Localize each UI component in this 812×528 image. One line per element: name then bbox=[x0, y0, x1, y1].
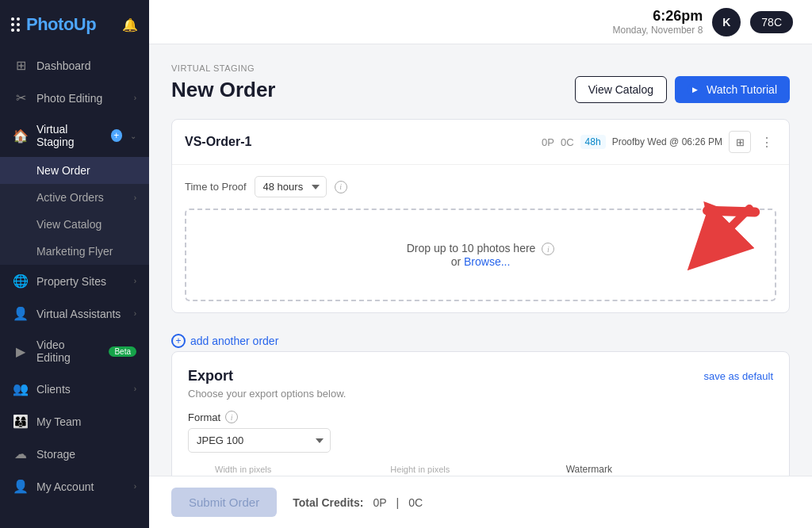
add-order-label: add another order bbox=[190, 335, 278, 347]
chevron-right-icon: › bbox=[134, 193, 136, 202]
virtual-staging-submenu: New Order Active Orders › View Catalog M… bbox=[0, 157, 149, 265]
beta-badge: Beta bbox=[109, 346, 136, 357]
sidebar-item-view-catalog[interactable]: View Catalog bbox=[0, 211, 149, 238]
total-credits-value: 0C bbox=[408, 496, 423, 509]
sidebar-item-storage[interactable]: ☁ Storage bbox=[0, 438, 149, 470]
sidebar-item-new-order[interactable]: New Order bbox=[0, 157, 149, 184]
active-orders-label: Active Orders bbox=[36, 191, 104, 204]
add-order-row[interactable]: + add another order bbox=[171, 326, 790, 351]
logo-grid-icon bbox=[11, 17, 20, 32]
sidebar-item-my-team[interactable]: 👨‍👩‍👦 My Team bbox=[0, 405, 149, 438]
browse-link[interactable]: Browse... bbox=[464, 255, 510, 268]
add-virtual-staging-icon[interactable]: + bbox=[111, 129, 122, 142]
export-section: Export save as default Choose your expor… bbox=[171, 351, 790, 476]
sidebar-item-marketing-flyer[interactable]: Marketing Flyer bbox=[0, 238, 149, 265]
sidebar-item-video-editing[interactable]: ▶ Video Editing Beta bbox=[0, 330, 149, 373]
order-layout-icon[interactable]: ⊞ bbox=[729, 131, 751, 153]
save-default-link[interactable]: save as default bbox=[704, 370, 773, 382]
sidebar-item-property-sites[interactable]: 🌐 Property Sites › bbox=[0, 265, 149, 297]
sidebar-item-label: Virtual Staging bbox=[36, 123, 102, 148]
sidebar-item-active-orders[interactable]: Active Orders › bbox=[0, 184, 149, 211]
format-info-icon[interactable]: i bbox=[225, 411, 238, 423]
export-title: Export bbox=[188, 368, 233, 385]
topbar: 6:26pm Monday, November 8 K 78C bbox=[149, 0, 812, 44]
time-proof-row: Time to Proof 48 hours 24 hours 72 hours… bbox=[185, 176, 776, 197]
order-hours-badge: 48h bbox=[580, 135, 606, 149]
sidebar-item-virtual-assistants[interactable]: 👤 Virtual Assistants › bbox=[0, 297, 149, 330]
add-order-icon: + bbox=[171, 334, 186, 348]
height-col-label: Height in pixels bbox=[390, 464, 557, 475]
order-card-header: VS-Order-1 0P 0C 48h Proofby Wed @ 06:26… bbox=[172, 120, 789, 165]
content-area: VIRTUAL STAGING New Order View Catalog ▶… bbox=[149, 44, 812, 476]
dashboard-icon: ⊞ bbox=[13, 58, 29, 73]
clients-icon: 👥 bbox=[13, 381, 29, 396]
sidebar-item-virtual-staging[interactable]: 🏠 Virtual Staging + ⌄ bbox=[0, 114, 149, 157]
bell-icon[interactable]: 🔔 bbox=[122, 17, 138, 33]
new-order-label: New Order bbox=[36, 164, 90, 177]
sidebar-item-label: Property Sites bbox=[36, 275, 106, 288]
sidebar-item-label: Photo Editing bbox=[36, 92, 102, 105]
chevron-right-icon: › bbox=[134, 277, 136, 285]
time-proof-select[interactable]: 48 hours 24 hours 72 hours bbox=[255, 176, 327, 197]
drop-zone[interactable]: Drop up to 10 photos here i or Browse... bbox=[185, 209, 776, 301]
topbar-time: 6:26pm Monday, November 8 bbox=[612, 8, 703, 36]
order-proofing-text: Proofby Wed @ 06:26 PM bbox=[612, 136, 722, 147]
sidebar: PhotoUp 🔔 ⊞ Dashboard ✂ Photo Editing › … bbox=[0, 0, 149, 528]
time-info-icon[interactable]: i bbox=[335, 181, 347, 193]
main-panel: 6:26pm Monday, November 8 K 78C VIRTUAL … bbox=[149, 0, 812, 528]
my-account-icon: 👤 bbox=[13, 479, 29, 494]
total-photos-value: 0P bbox=[373, 496, 386, 509]
sidebar-item-photo-editing[interactable]: ✂ Photo Editing › bbox=[0, 82, 149, 114]
chevron-right-icon: › bbox=[134, 94, 136, 102]
sidebar-item-label: My Team bbox=[36, 415, 82, 428]
photo-editing-icon: ✂ bbox=[13, 90, 29, 105]
view-catalog-label: View Catalog bbox=[36, 218, 102, 231]
chevron-down-icon: ⌄ bbox=[130, 132, 136, 140]
format-select[interactable]: JPEG 100 JPEG 80 PNG bbox=[188, 428, 331, 453]
logo-text: PhotoUp bbox=[26, 14, 96, 35]
order-credits-count: 0C bbox=[561, 136, 574, 148]
export-subtitle: Choose your export options below. bbox=[188, 388, 773, 400]
current-time: 6:26pm bbox=[612, 8, 703, 25]
drop-zone-browse: or Browse... bbox=[202, 255, 759, 268]
credits-badge: 78C bbox=[750, 11, 793, 33]
virtual-assistants-icon: 👤 bbox=[13, 306, 29, 321]
drop-zone-wrapper: Drop up to 10 photos here i or Browse... bbox=[185, 209, 776, 301]
sidebar-item-my-account[interactable]: 👤 My Account › bbox=[0, 470, 149, 503]
format-label: Format i bbox=[188, 411, 773, 423]
virtual-staging-icon: 🏠 bbox=[13, 128, 29, 143]
sidebar-item-label: Virtual Assistants bbox=[36, 308, 121, 320]
breadcrumb: VIRTUAL STAGING bbox=[171, 63, 790, 73]
watch-tutorial-button[interactable]: ▶ Watch Tutorial bbox=[675, 76, 790, 103]
total-credits-label: Total Credits: bbox=[293, 496, 363, 509]
current-date: Monday, November 8 bbox=[612, 25, 703, 36]
sidebar-item-label: Dashboard bbox=[36, 59, 91, 72]
watermark-col-label: Watermark bbox=[566, 464, 733, 475]
submit-order-button[interactable]: Submit Order bbox=[171, 488, 277, 517]
footer-bar: Submit Order Total Credits: 0P | 0C bbox=[149, 476, 812, 528]
drop-info-icon[interactable]: i bbox=[542, 243, 554, 255]
view-catalog-button[interactable]: View Catalog bbox=[575, 76, 667, 103]
sidebar-item-label: My Account bbox=[36, 480, 94, 493]
video-editing-icon: ▶ bbox=[13, 344, 29, 359]
order-photos-count: 0P bbox=[542, 136, 554, 148]
order-id: VS-Order-1 bbox=[185, 135, 251, 149]
play-icon: ▶ bbox=[688, 82, 702, 97]
time-proof-label: Time to Proof bbox=[185, 181, 247, 193]
sidebar-item-clients[interactable]: 👥 Clients › bbox=[0, 373, 149, 405]
my-team-icon: 👨‍👩‍👦 bbox=[13, 414, 29, 429]
export-header: Export save as default bbox=[188, 368, 773, 385]
logo-area: PhotoUp 🔔 bbox=[0, 0, 149, 49]
sidebar-item-label: Storage bbox=[36, 448, 75, 461]
marketing-flyer-label: Marketing Flyer bbox=[36, 245, 113, 258]
storage-icon: ☁ bbox=[13, 446, 29, 461]
order-menu-icon[interactable]: ⋮ bbox=[757, 135, 776, 150]
chevron-right-icon: › bbox=[134, 309, 136, 318]
page-actions: View Catalog ▶ Watch Tutorial bbox=[575, 76, 790, 103]
avatar[interactable]: K bbox=[712, 8, 741, 36]
sidebar-item-dashboard[interactable]: ⊞ Dashboard bbox=[0, 49, 149, 82]
export-grid-header: Width in pixels Height in pixels Waterma… bbox=[188, 464, 773, 475]
page-title: New Order bbox=[171, 78, 276, 102]
width-col-label: Width in pixels bbox=[215, 464, 382, 475]
property-sites-icon: 🌐 bbox=[13, 274, 29, 289]
